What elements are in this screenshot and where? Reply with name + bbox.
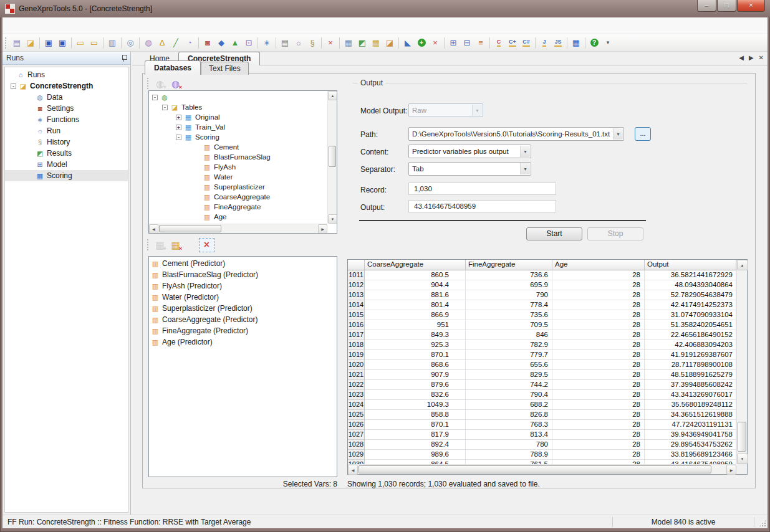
scroll-up-icon[interactable]: ▲ [737,260,748,270]
scrollbar-thumb[interactable] [159,225,221,232]
scrollbar-thumb[interactable] [329,146,336,167]
grid-header-coarseaggregate[interactable]: CoarseAggregate [365,260,466,270]
grid-header-output[interactable]: Output [645,260,736,270]
db-node-clipped[interactable]: ▦ [150,222,327,223]
scoring-grid-icon[interactable]: ▦ [569,36,583,50]
menu-item[interactable] [97,22,108,29]
table-row[interactable]: 1030 864.5 761.5 28 43.4164675408959 [348,460,736,464]
report-icon[interactable]: ▤ [278,36,292,50]
fitness-chart-icon[interactable]: ▲ [228,36,242,50]
tree-item-functions[interactable]: ∗ Functions [5,114,128,125]
tree-item-settings[interactable]: ◙ Settings [5,103,128,114]
scroll-left-icon[interactable]: ◀ [348,465,358,475]
database-icon[interactable]: ◍ [142,36,155,50]
menu-item[interactable] [75,22,86,29]
variable-item[interactable]: ▥ BlastFurnaceSlag (Predictor) [151,269,337,280]
table-row[interactable]: 1015 866.9 735.6 28 31.0747090933104 [348,310,736,320]
tab-close-icon[interactable]: ✕ [759,54,764,61]
model-tree-icon[interactable]: ⊞ [446,36,460,50]
db-node-scoring[interactable]: - ▦ Scoring [150,132,327,142]
db-node-flyash[interactable]: ▥ FlyAsh [150,162,327,172]
chevron-down-icon[interactable]: ▾ [520,146,530,157]
code-cpp-icon[interactable]: C+ [506,36,519,50]
model-list-icon[interactable]: ≡ [474,36,488,50]
model-diagram-icon[interactable]: ⊟ [460,36,474,50]
add-model-icon[interactable]: + [415,36,428,50]
settings-mailbox-icon[interactable]: ◙ [201,36,214,50]
db-node-root[interactable]: - ◍ [150,92,327,102]
expander-icon[interactable]: - [162,105,168,110]
grid-header-rownum[interactable] [348,260,365,270]
save-icon[interactable]: ▣ [42,36,55,50]
minimize-button[interactable]: – [697,0,716,12]
toolbar-overflow-icon[interactable]: ▾ [601,36,615,50]
db-node-superplasticizer[interactable]: ▥ Superplasticizer [150,182,327,192]
table-row[interactable]: 1021 907.9 829.5 28 48.5188991625279 [348,370,736,380]
grid-hscrollbar[interactable]: ◀ ▶ [348,464,736,474]
remove-model-icon[interactable]: × [428,36,442,50]
scroll-right-icon[interactable]: ▶ [726,465,736,475]
menu-item[interactable] [131,22,142,29]
format-brush-icon[interactable]: ◣ [401,36,415,50]
stats-grid-icon[interactable]: ▦ [369,36,383,50]
menu-item[interactable] [7,22,19,29]
delete-database-icon[interactable]: ◍ × [168,77,183,91]
grid-header-fineaggregate[interactable]: FineAggregate [466,260,552,270]
menu-item[interactable] [108,22,120,29]
variable-item[interactable]: ▥ Water (Predictor) [151,292,337,303]
variable-item[interactable]: ▥ FlyAsh (Predictor) [151,280,337,292]
browse-button[interactable]: ... [635,127,651,141]
history-icon[interactable]: § [306,36,319,50]
table-row[interactable]: 1013 881.6 790 28 52.7829054638479 [348,290,736,300]
code-csharp-icon[interactable]: C# [519,36,533,50]
open-folder-icon[interactable]: ▭ [74,36,87,50]
start-button[interactable]: Start [526,227,582,240]
db-node-cement[interactable]: ▥ Cement [150,142,327,152]
close-button[interactable]: × [737,0,765,12]
db-tree-hscrollbar[interactable]: ◀ ▶ [149,224,327,233]
help-icon[interactable]: ? [587,36,601,50]
resize-grip[interactable] [759,520,766,527]
tree-item-history[interactable]: § History [5,136,128,148]
variable-item[interactable]: ▥ Superplasticizer (Predictor) [151,303,337,314]
scroll-left-icon[interactable]: ◀ [149,224,158,234]
db-node-original[interactable]: + ▦ Original [150,112,327,122]
code-java-icon[interactable]: J [537,36,551,50]
add-database-icon[interactable]: ◍ + [152,77,168,91]
menu-item[interactable] [153,22,165,29]
tree-item-results[interactable]: ◩ Results [5,148,128,159]
table-row[interactable]: 1011 860.5 736.6 28 36.5821441672929 [348,270,736,280]
expander-icon[interactable]: - [176,135,181,140]
copy-icon[interactable]: ▥ [105,36,119,50]
table-row[interactable]: 1014 801.4 778.4 28 42.4174914252373 [348,300,736,310]
preview-icon[interactable]: ◎ [123,36,137,50]
tab-scroll-right-icon[interactable]: ▶ [749,54,754,61]
table-row[interactable]: 1027 817.9 813.4 28 39.9436949041758 [348,430,736,440]
tree-item-runs-root[interactable]: ⌂ Runs [5,69,128,80]
remove-variable-icon[interactable]: ▦ × [168,238,183,252]
edit-values-icon[interactable]: ╱ [169,36,183,50]
variable-item[interactable]: ▥ Age (Predictor) [151,336,337,348]
db-node-train-val[interactable]: + ▦ Train_Val [150,122,327,132]
new-run-icon[interactable]: ▤ [10,36,24,50]
tree-item-scoring[interactable]: ▦ Scoring [5,170,128,181]
scroll-down-icon[interactable]: ▼ [737,454,748,464]
table-row[interactable]: 1026 870.1 768.3 28 47.7242031191131 [348,420,736,430]
db-node-coarseaggregate[interactable]: ▥ CoarseAggregate [150,192,327,202]
tab-text-files[interactable]: Text Files [201,62,249,75]
menu-item[interactable] [52,22,64,29]
scroll-right-icon[interactable]: ▶ [318,224,327,234]
tree-item-data[interactable]: ◍ Data [5,92,128,103]
table-row[interactable]: 1023 832.6 790.4 28 43.3413269076017 [348,390,736,400]
code-c-icon[interactable]: C [492,36,506,50]
content-select[interactable]: Predictor variables plus output ▾ [408,145,531,158]
table-row[interactable]: 1025 858.8 826.8 28 34.3651512619888 [348,410,736,420]
table-row[interactable]: 1019 870.1 779.7 28 41.9191269387607 [348,350,736,360]
functions-icon[interactable]: ∗ [260,36,274,50]
chevron-down-icon[interactable]: ▾ [613,128,623,140]
expander-icon[interactable]: - [11,83,16,89]
table-row[interactable]: 1016 951 709.5 28 51.3582402054651 [348,320,736,330]
maximize-button[interactable]: □ [717,0,736,12]
model-output-select[interactable]: Raw ▾ [408,103,483,117]
stop-button[interactable]: Stop [587,227,643,240]
